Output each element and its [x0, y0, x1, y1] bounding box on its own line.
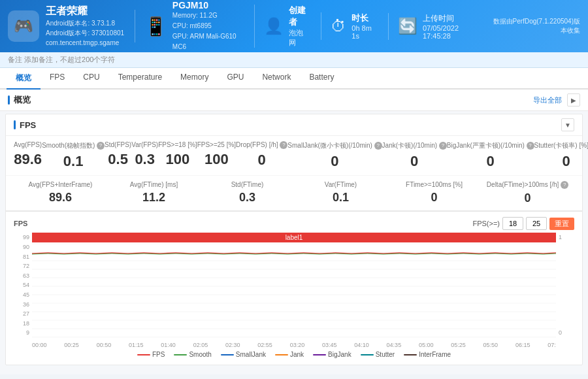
tab-gpu[interactable]: GPU [218, 68, 253, 90]
game-icon: 🎮 [8, 10, 39, 42]
device-icon: 📱 [144, 16, 167, 37]
upload-label: 上传时间 [423, 14, 454, 23]
chart-controls: FPS FPS(>=) 重置 [14, 217, 574, 230]
fps-chart-svg [32, 244, 556, 338]
tab-network[interactable]: Network [253, 68, 300, 90]
device-text: PGJM10 Memory: 11.2G CPU: mt6895 GPU: AR… [172, 0, 249, 52]
device-memory: Memory: 11.2G [172, 10, 249, 21]
stat-drop-fps: Drop(FPS) [/h] ? 0 [236, 141, 287, 170]
fps-chart-label: FPS [14, 220, 27, 227]
upload-text: 上传时间 07/05/2022 17:45:28 [423, 13, 475, 40]
help-icon-drop[interactable]: ? [280, 141, 287, 149]
device-cpu: CPU: mt6895 [172, 21, 249, 31]
stat-avg-ftime: Avg(FTime) [ms] 11.2 [107, 181, 201, 205]
upload-icon: 🔄 [398, 17, 417, 35]
duration-text: 时长 0h 8m 1s [351, 12, 374, 40]
fps-stats-row-1: Avg(FPS) 89.6 Smooth(稳帧指数) ? 0.1 Std(FPS… [6, 136, 582, 176]
fps-section-title: FPS [14, 120, 36, 130]
help-icon-delta[interactable]: ? [561, 181, 568, 189]
tab-overview[interactable]: 概览 [7, 68, 41, 90]
chart-svg-container: 99 90 81 72 63 54 45 36 27 18 9 [14, 233, 574, 359]
creator-label: 创建者 [289, 5, 306, 28]
fps-section-header: FPS ▼ [6, 114, 582, 136]
legend-bigjank: BigJank [313, 351, 351, 358]
stat-stutter: Stutter(卡顿率) [%] ? 0 [534, 141, 588, 170]
export-button[interactable]: 导出全部 [533, 95, 562, 105]
legend-smooth: Smooth [174, 351, 211, 358]
overview-title: 概览 [8, 94, 31, 106]
legend-jank: Jank [275, 351, 304, 358]
help-icon-smalljank[interactable]: ? [374, 142, 382, 150]
duration-label: 时长 [351, 12, 374, 24]
legend-dot-smooth [174, 354, 187, 355]
stat-var-fps: Var(FPS) 0.3 [131, 141, 158, 170]
chevron-right-button[interactable]: ▶ [567, 93, 580, 107]
package-name: com.tencent.tmgp.sgame [46, 38, 124, 48]
stat-smooth: Smooth(稳帧指数) ? 0.1 [42, 141, 105, 170]
duration-value: 0h 8m 1s [351, 24, 374, 40]
device-info: 📱 PGJM10 Memory: 11.2G CPU: mt6895 GPU: … [144, 0, 249, 52]
tab-temperature[interactable]: Temperature [109, 68, 171, 90]
duration-stat: ⏱ 时长 0h 8m 1s [321, 12, 383, 40]
header: 🎮 王者荣耀 Android版本名: 3.73.1.8 Android版本号: … [0, 0, 588, 52]
stat-avg-fps-interframe: Avg(FPS+InterFrame) 89.6 [14, 181, 107, 205]
upload-value: 07/05/2022 17:45:28 [423, 24, 475, 40]
tab-fps[interactable]: FPS [41, 68, 74, 90]
stat-var-ftime: Var(FTime) 0.1 [294, 181, 387, 205]
stat-avg-fps: Avg(FPS) 89.6 [14, 141, 42, 170]
device-gpu: GPU: ARM Mali-G610 MC6 [172, 31, 249, 52]
fps-stats-row-2: Avg(FPS+InterFrame) 89.6 Avg(FTime) [ms]… [6, 176, 582, 212]
fps-threshold-2-input[interactable] [526, 217, 547, 230]
reset-button[interactable]: 重置 [549, 218, 574, 230]
help-icon-bigjank[interactable]: ? [527, 142, 534, 150]
tab-memory[interactable]: Memory [171, 68, 218, 90]
chart-main: label1 [32, 233, 556, 340]
fps-section: FPS ▼ Avg(FPS) 89.6 Smooth(稳帧指数) ? 0.1 S… [5, 114, 583, 365]
tab-nav: 概览 FPS CPU Temperature Memory GPU Networ… [0, 68, 588, 90]
game-name: 王者荣耀 [46, 5, 124, 18]
device-label: PGJM10 [172, 0, 249, 10]
stat-bigjank: BigJank(严重卡顿)(/10min) ? 0 [447, 141, 534, 170]
legend-interframe: InterFrame [404, 351, 451, 358]
overview-section-header: 概览 导出全部 ▶ [0, 90, 588, 111]
legend-dot-smalljank [221, 354, 234, 355]
game-info: 🎮 王者荣耀 Android版本名: 3.73.1.8 Android版本号: … [8, 5, 125, 48]
stat-std-fps: Std(FPS) 0.5 [105, 141, 131, 170]
stat-fps-18: FPS>=18 [%] 100 [158, 141, 197, 170]
stat-delta-ftime: Delta(FTime)>100ms [/h] ? 0 [481, 181, 574, 205]
stat-fps-25: FPS>=25 [%] 100 [197, 141, 236, 170]
fps-threshold-controls: FPS(>=) 重置 [472, 217, 574, 230]
help-icon-jank[interactable]: ? [439, 142, 447, 150]
note-bar: 备注 添加备注，不超过200个字符 [0, 52, 588, 68]
creator-icon: 👤 [264, 17, 284, 35]
tab-battery[interactable]: Battery [300, 68, 343, 90]
creator-text: 创建者 泡泡 网 [289, 5, 306, 48]
duration-icon: ⏱ [331, 17, 346, 35]
fps-collapse-button[interactable]: ▼ [561, 118, 574, 131]
legend-fps: FPS [137, 351, 165, 358]
data-source: 数据由PerfDog(7.1.220504)版本收集 [489, 17, 580, 35]
upload-stat: 🔄 上传时间 07/05/2022 17:45:28 [388, 13, 484, 40]
stat-ftime-100: FTime>=100ms [%] 0 [387, 181, 481, 205]
content-area: 概览 导出全部 ▶ FPS ▼ Avg(FPS) 89.6 Smooth(稳帧指… [0, 90, 588, 374]
stat-jank: Jank(卡顿)(/10min) ? 0 [382, 141, 447, 170]
fps-threshold-1-input[interactable] [502, 217, 523, 230]
legend-dot-bigjank [313, 354, 326, 355]
chart-legend: FPS Smooth SmallJank Jank [14, 348, 574, 359]
legend-dot-interframe [404, 354, 417, 355]
x-axis: 00:00 00:25 00:50 01:15 01:40 02:05 02:3… [32, 342, 556, 348]
chart-label-bar: label1 [32, 233, 556, 242]
legend-dot-stutter [361, 354, 374, 355]
stat-smalljank: SmallJank(微小卡顿)(/10min) ? 0 [287, 141, 382, 170]
legend-stutter: Stutter [361, 351, 395, 358]
tab-cpu[interactable]: CPU [74, 68, 108, 90]
legend-dot-fps [137, 354, 150, 355]
creator-stat: 👤 创建者 泡泡 网 [254, 5, 316, 48]
header-divider-1 [135, 10, 135, 42]
help-icon-smooth[interactable]: ? [97, 142, 105, 150]
legend-smalljank: SmallJank [221, 351, 266, 358]
legend-dot-jank [275, 354, 288, 355]
game-text: 王者荣耀 Android版本名: 3.73.1.8 Android版本号: 37… [46, 5, 124, 48]
creator-name: 泡泡 网 [289, 28, 306, 48]
fps-chart-area: FPS FPS(>=) 重置 99 90 81 72 [6, 212, 582, 365]
